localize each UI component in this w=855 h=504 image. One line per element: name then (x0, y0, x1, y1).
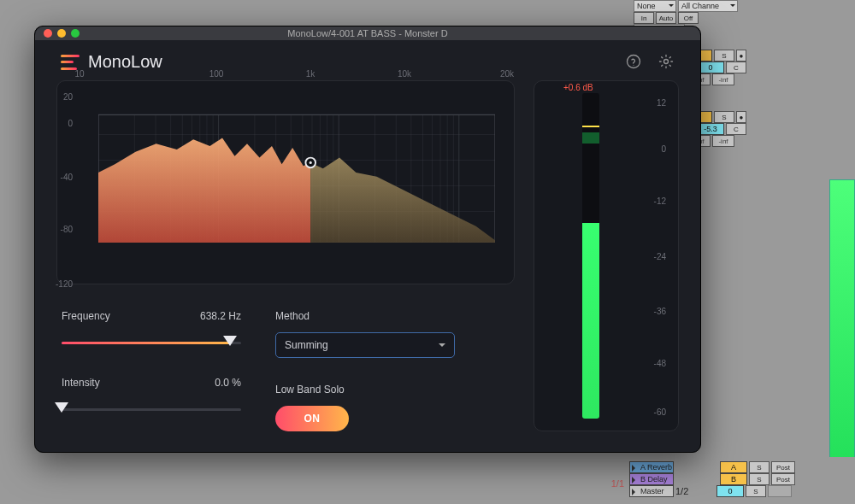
meter-inf: -inf (712, 135, 734, 147)
arm-record[interactable]: ● (736, 111, 746, 123)
svg-point-2 (664, 59, 669, 63)
post-button[interactable]: Post (771, 461, 795, 473)
low-band-solo-button[interactable]: ON (275, 406, 349, 431)
y-axis-ticks: 200-40-80-120 (54, 97, 76, 284)
page-number: 1/1 (611, 478, 624, 489)
peak-readout: +0.6 dB (563, 83, 593, 92)
window-title: MonoLow/4-001 AT BASS - Monster D (35, 28, 700, 38)
help-icon[interactable] (625, 53, 642, 72)
audio-clip[interactable] (829, 179, 855, 461)
in-button[interactable]: In (634, 12, 654, 24)
meter-inf: -inf (712, 73, 734, 85)
clear-button[interactable] (768, 485, 792, 497)
post-button[interactable]: Post (771, 473, 795, 485)
solo-button[interactable]: S (749, 461, 770, 473)
channel-select[interactable]: All Channe (678, 0, 738, 12)
gear-icon[interactable] (657, 53, 675, 72)
method-select[interactable]: Summing (275, 332, 455, 358)
intensity-value: 0.0 % (215, 377, 241, 389)
master-track[interactable]: Master (629, 485, 674, 497)
slider-thumb-icon[interactable] (223, 336, 237, 353)
arm-record[interactable]: ● (736, 50, 746, 62)
level-meter (582, 93, 599, 419)
slider-thumb-icon[interactable] (55, 402, 68, 419)
x-axis-ticks: 101001k10k20k (80, 69, 507, 79)
intensity-label: Intensity (62, 377, 100, 389)
pan-c[interactable]: C (726, 62, 746, 73)
method-label: Method (275, 310, 310, 322)
button-label: ON (304, 413, 321, 425)
solo-button[interactable]: S (746, 485, 766, 497)
return-track-a[interactable]: A Reverb (629, 461, 674, 473)
plugin-window: MonoLow/4-001 AT BASS - Monster D MonoLo… (34, 26, 701, 453)
off-button[interactable]: Off (678, 12, 699, 24)
master-send[interactable]: 0 (716, 485, 744, 497)
frequency-label: Frequency (62, 310, 110, 322)
controls-row: Frequency 638.2 Hz Intensity 0.0 % (56, 310, 515, 431)
select-value: All Channe (681, 2, 719, 10)
solo-label: Low Band Solo (275, 384, 345, 396)
bottom-panel: 1/1 A Reverb A S Post B Delay B S Post M… (0, 457, 855, 504)
auto-button[interactable]: Auto (656, 12, 676, 24)
return-b-chip[interactable]: B (720, 473, 747, 485)
method-selected: Summing (285, 339, 328, 351)
solo-button[interactable]: S (714, 50, 734, 62)
spectrum-path (98, 98, 495, 243)
svg-point-0 (628, 55, 640, 67)
return-track-b[interactable]: B Delay (629, 473, 674, 485)
logo-icon (61, 55, 80, 70)
frequency-slider[interactable] (62, 332, 241, 351)
quantize-select[interactable]: 1/2 (675, 486, 708, 496)
frequency-value: 638.2 Hz (200, 310, 241, 322)
clip-lane (829, 179, 855, 461)
output-meter: +0.6 dB 120-12-24-36-48-60 (534, 80, 679, 431)
return-a-chip[interactable]: A (720, 461, 747, 473)
select-value: 1/2 (675, 486, 688, 496)
routing-select[interactable]: None (634, 0, 676, 12)
solo-button[interactable]: S (714, 111, 734, 123)
solo-button[interactable]: S (749, 473, 770, 485)
intensity-slider[interactable] (62, 399, 241, 418)
spectrum-graph[interactable]: 101001k10k20k 200-40-80-120 (56, 80, 515, 284)
db-scale: 120-12-24-36-48-60 (642, 93, 666, 419)
select-value: None (637, 2, 656, 10)
titlebar[interactable]: MonoLow/4-001 AT BASS - Monster D (35, 26, 700, 40)
pan-c[interactable]: C (726, 123, 746, 135)
svg-point-1 (634, 64, 634, 65)
